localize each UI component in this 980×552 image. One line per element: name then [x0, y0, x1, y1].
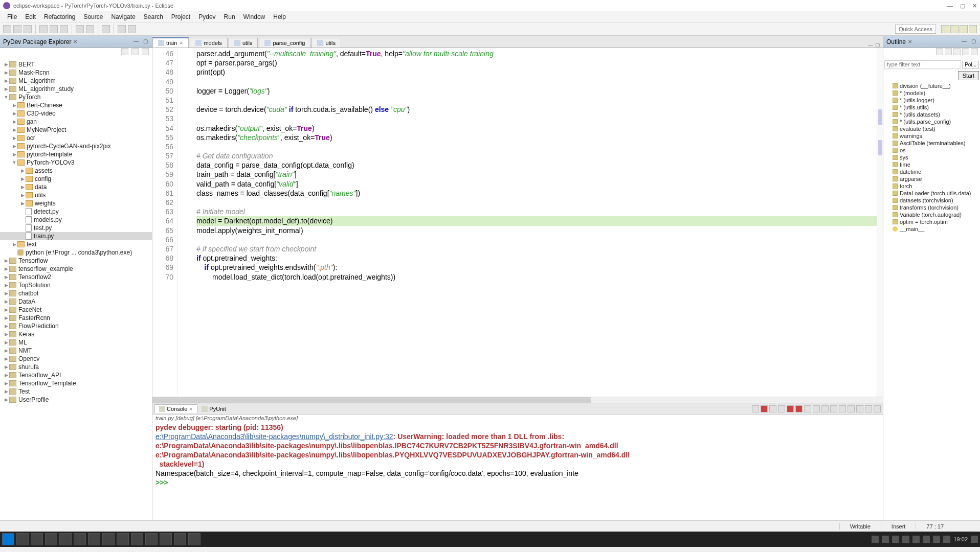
outline-item[interactable]: DataLoader (torch.utils.data) — [883, 190, 980, 197]
task-view-icon[interactable] — [31, 533, 43, 545]
stop-icon[interactable] — [795, 405, 803, 412]
tabs-max-icon[interactable]: ▢ — [875, 42, 880, 48]
expander-icon[interactable]: ▶ — [11, 152, 17, 157]
min-icon[interactable] — [865, 405, 872, 412]
outline-item[interactable]: os — [883, 147, 980, 154]
maximize-view-icon[interactable]: ▢ — [142, 38, 149, 45]
tree-item[interactable]: ▶ML_algorithm — [0, 77, 152, 85]
word-wrap-icon[interactable] — [821, 405, 829, 412]
tree-item[interactable]: ▶assets — [0, 167, 152, 175]
expander-icon[interactable]: ▶ — [3, 381, 9, 386]
remove-icon[interactable] — [769, 405, 776, 412]
tree-item[interactable]: ▶BERT — [0, 60, 152, 68]
tree-item[interactable]: python (e:\Progr ... conda3\python.exe) — [0, 248, 152, 257]
outline-item-main[interactable]: __main__ — [883, 225, 980, 233]
outline-item[interactable]: optim = torch.optim — [883, 218, 980, 225]
tree-item[interactable]: ▼PyTorch-YOLOv3 — [0, 158, 152, 167]
tree-item[interactable]: ▶utils — [0, 191, 152, 199]
taskbar-app[interactable] — [74, 533, 86, 545]
tree-item[interactable]: ▶TopSolution — [0, 281, 152, 289]
tray-icon[interactable] — [923, 536, 930, 543]
taskbar-app[interactable] — [131, 533, 143, 545]
expander-icon[interactable]: ▶ — [3, 274, 9, 280]
code-content[interactable]: parser.add_argument("--multiscale_traini… — [178, 48, 877, 397]
outline-item[interactable]: warnings — [883, 132, 980, 140]
taskbar-app[interactable] — [160, 533, 172, 545]
taskbar-app[interactable] — [145, 533, 158, 545]
tree-item[interactable]: ▶chatbot — [0, 289, 152, 297]
expander-icon[interactable]: ▶ — [19, 201, 26, 206]
menu-file[interactable]: File — [3, 12, 21, 21]
tab-close-icon[interactable]: ✕ — [189, 406, 193, 412]
expander-icon[interactable]: ▶ — [3, 70, 9, 75]
search-taskbar-icon[interactable] — [16, 533, 29, 545]
tree-item[interactable]: ▶Test — [0, 387, 152, 396]
forward-icon[interactable] — [128, 25, 136, 33]
tree-item[interactable]: ▶Tensorflow_API — [0, 371, 152, 379]
new-icon[interactable] — [3, 25, 11, 33]
console-tv-icon[interactable] — [752, 405, 759, 412]
tabs-min-icon[interactable]: — — [868, 42, 873, 48]
perspective-java-icon[interactable] — [969, 25, 977, 33]
minimize-view-icon[interactable]: — — [132, 38, 140, 45]
taskbar-app[interactable] — [188, 533, 201, 545]
menu-navigate[interactable]: Navigate — [107, 12, 139, 21]
new-console-icon[interactable] — [856, 405, 863, 412]
outline-item[interactable]: evaluate (test) — [883, 125, 980, 132]
maximize-button[interactable]: ▢ — [960, 3, 965, 9]
taskbar-app[interactable] — [174, 533, 186, 545]
tree-item[interactable]: ▶pytorch-CycleGAN-and-pix2pix — [0, 142, 152, 150]
taskbar-app[interactable] — [88, 533, 100, 545]
expander-icon[interactable]: ▶ — [11, 242, 17, 247]
tree-item[interactable]: detect.py — [0, 208, 152, 216]
expander-icon[interactable]: ▶ — [3, 299, 9, 304]
expander-icon[interactable]: ▶ — [19, 193, 26, 198]
tray-icon[interactable] — [882, 536, 889, 543]
tree-item[interactable]: ▶FlowPrediction — [0, 322, 152, 330]
expander-icon[interactable]: ▶ — [19, 176, 26, 181]
outline-item[interactable]: Variable (torch.autograd) — [883, 211, 980, 218]
close-button[interactable]: ✕ — [972, 3, 977, 9]
tab-console[interactable]: Console ✕ — [154, 404, 197, 413]
menu-help[interactable]: Help — [269, 12, 290, 21]
tab-close-icon[interactable]: ✕ — [179, 40, 183, 46]
expander-icon[interactable]: ▶ — [3, 364, 9, 370]
editor-tab-utils[interactable]: utils — [229, 38, 258, 48]
coverage-icon[interactable] — [60, 25, 68, 33]
expander-icon[interactable]: ▶ — [3, 258, 9, 263]
expander-icon[interactable]: ▶ — [3, 307, 9, 312]
save-all-icon[interactable] — [24, 25, 32, 33]
hide-non-public-icon[interactable] — [962, 48, 969, 55]
outline-item[interactable]: * (utils.logger) — [883, 97, 980, 104]
code-editor[interactable]: 4647484950515253545556575859606162636465… — [152, 48, 883, 397]
outline-tree[interactable]: division (__future__)* (models)* (utils.… — [883, 81, 980, 520]
debug-icon[interactable] — [39, 25, 48, 33]
tree-item[interactable]: ▶FasterRcnn — [0, 314, 152, 322]
outline-item[interactable]: * (utils.datasets) — [883, 111, 980, 118]
outline-item[interactable]: * (models) — [883, 89, 980, 97]
perspective-debug-icon[interactable] — [960, 25, 968, 33]
tab-pyunit[interactable]: PyUnit — [197, 405, 230, 413]
outline-min-icon[interactable]: — — [961, 38, 968, 45]
outline-item[interactable]: sys — [883, 154, 980, 161]
outline-close-icon[interactable]: ✕ — [908, 39, 912, 44]
taskbar-clock[interactable]: 19:02 — [953, 536, 968, 542]
tray-icon[interactable] — [933, 536, 940, 543]
outline-max-icon[interactable]: ▢ — [970, 38, 977, 45]
tree-item[interactable]: ▶shurufa — [0, 363, 152, 371]
expander-icon[interactable]: ▶ — [19, 185, 26, 190]
editor-tab-parse_config[interactable]: parse_config — [259, 38, 310, 48]
explorer-close-icon[interactable]: ✕ — [73, 39, 77, 44]
run-last-icon[interactable] — [76, 25, 84, 33]
explorer-tree[interactable]: ▶BERT▶Mask-Rcnn▶ML_algorithm▶ML_algorith… — [0, 59, 152, 520]
scroll-lock-icon[interactable] — [813, 405, 820, 412]
tree-item[interactable]: ▶NMT — [0, 347, 152, 355]
editor-tab-train[interactable]: train✕ — [152, 37, 189, 48]
clear-icon[interactable] — [804, 405, 811, 412]
save-icon[interactable] — [13, 25, 21, 33]
taskbar-app[interactable] — [45, 533, 57, 545]
tree-item[interactable]: ▶Tensorflow2 — [0, 273, 152, 281]
tree-item[interactable]: ▶ocr — [0, 134, 152, 142]
start-menu-button[interactable] — [2, 533, 14, 545]
expander-icon[interactable]: ▶ — [3, 315, 9, 320]
